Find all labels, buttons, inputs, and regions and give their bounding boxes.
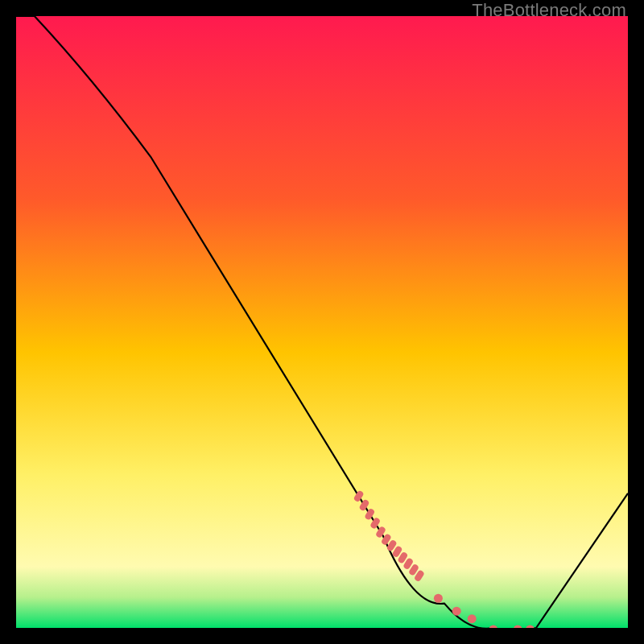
highlight-dot <box>468 614 477 623</box>
chart-frame <box>16 16 628 628</box>
bottleneck-chart <box>16 16 628 628</box>
gradient-background <box>16 16 628 628</box>
highlight-dot <box>452 607 461 616</box>
highlight-dot <box>434 594 443 603</box>
